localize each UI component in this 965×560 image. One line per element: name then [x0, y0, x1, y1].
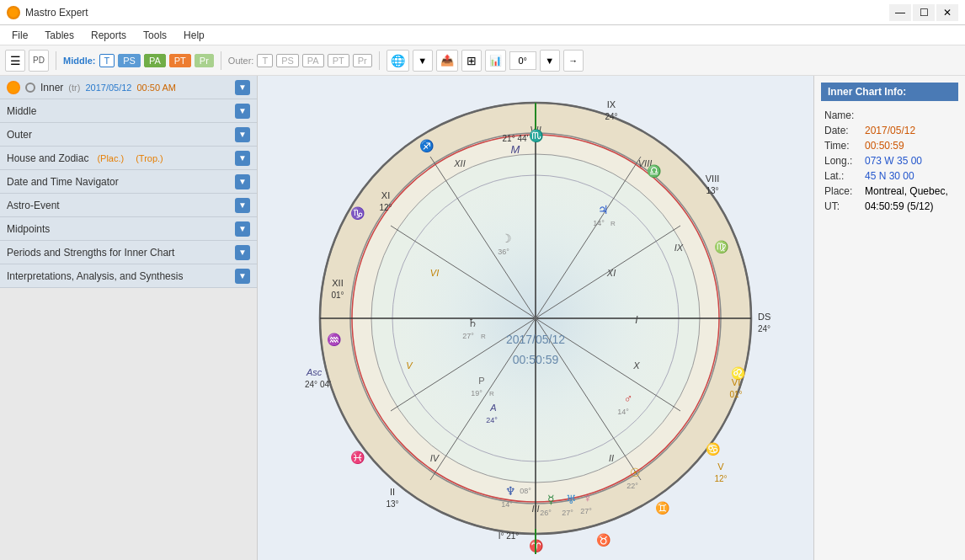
svg-text:01°: 01°: [729, 390, 742, 399]
svg-text:♅: ♅: [566, 493, 577, 506]
forward-button[interactable]: →: [563, 50, 584, 72]
panel-row-astro[interactable]: Astro-Event ▼: [0, 194, 257, 217]
minimize-button[interactable]: —: [889, 4, 911, 21]
svg-text:27°: 27°: [562, 509, 573, 517]
svg-text:R: R: [489, 390, 494, 397]
info-row-time: Time: 00:50:59: [821, 138, 958, 153]
middle-T[interactable]: T: [99, 54, 115, 67]
middle-Pr[interactable]: Pr: [195, 54, 214, 67]
barchart-icon[interactable]: 📊: [485, 50, 506, 72]
svg-text:II: II: [609, 453, 614, 463]
midpoints-dropdown[interactable]: ▼: [235, 221, 250, 237]
astro-dropdown[interactable]: ▼: [235, 198, 250, 213]
datetime-title: Date and Time Navigator: [7, 176, 119, 188]
degree-dropdown[interactable]: ▼: [540, 50, 560, 72]
svg-text:♊: ♊: [655, 501, 670, 515]
panel-row-midpoints[interactable]: Midpoints ▼: [0, 217, 257, 241]
panel-row-middle[interactable]: Middle ▼: [0, 99, 257, 123]
panel-row-outer[interactable]: Outer ▼: [0, 123, 257, 147]
outer-Pr[interactable]: Pr: [353, 54, 372, 67]
panel-row-inner[interactable]: Inner (tr) 2017/05/12 00:50 AM ▼: [0, 76, 257, 99]
pd-button[interactable]: PD: [29, 50, 49, 72]
svg-text:IX: IX: [674, 243, 684, 253]
list-icon[interactable]: ☰: [5, 50, 25, 72]
svg-text:14°: 14°: [593, 219, 605, 227]
svg-text:♑: ♑: [350, 206, 365, 221]
panel-row-datetime[interactable]: Date and Time Navigator ▼: [0, 170, 257, 194]
maximize-button[interactable]: ☐: [913, 4, 935, 21]
svg-text:14°: 14°: [501, 500, 513, 509]
svg-text:A: A: [489, 403, 496, 413]
info-key-time: Time:: [824, 140, 861, 152]
svg-text:♒: ♒: [327, 333, 342, 347]
house-dropdown[interactable]: ▼: [235, 151, 250, 166]
upload-icon[interactable]: 📤: [436, 50, 458, 72]
svg-text:M: M: [511, 143, 520, 156]
datetime-dropdown[interactable]: ▼: [235, 174, 250, 189]
inner-title: Inner: [40, 82, 63, 93]
info-key-date: Date:: [824, 125, 861, 136]
titlebar-left: Mastro Expert: [7, 6, 88, 19]
middle-dropdown[interactable]: ▼: [235, 104, 250, 119]
grid-icon[interactable]: ⊞: [461, 50, 482, 72]
info-key-lat: Lat.:: [824, 170, 861, 182]
titlebar-controls: — ☐ ✕: [889, 4, 958, 21]
app-icon: [7, 6, 20, 19]
middle-PA[interactable]: PA: [144, 54, 166, 67]
svg-text:X: X: [632, 360, 640, 371]
info-key-long: Long.:: [824, 155, 861, 167]
info-val-lat: 45 N 30 00: [865, 170, 914, 182]
outer-PS[interactable]: PS: [276, 54, 299, 67]
menu-reports[interactable]: Reports: [83, 28, 135, 43]
menu-file[interactable]: File: [3, 28, 36, 43]
panel-row-periods[interactable]: Periods and Strengths for Inner Chart ▼: [0, 241, 257, 264]
svg-text:XII: XII: [332, 278, 343, 288]
svg-text:♄: ♄: [467, 316, 478, 329]
app-title: Mastro Expert: [25, 7, 88, 19]
middle-label: Middle:: [63, 56, 96, 66]
inner-planet-icon: [7, 81, 20, 94]
svg-text:08°: 08°: [520, 487, 531, 495]
svg-text:♂: ♂: [624, 392, 633, 405]
menu-tables[interactable]: Tables: [36, 28, 83, 43]
periods-dropdown[interactable]: ▼: [235, 245, 250, 260]
close-button[interactable]: ✕: [936, 4, 958, 21]
svg-text:XII: XII: [453, 158, 465, 168]
svg-text:IX: IX: [607, 99, 616, 109]
outer-PT[interactable]: PT: [328, 54, 349, 67]
svg-text:01°: 01°: [331, 291, 344, 300]
svg-text:♀: ♀: [584, 491, 593, 504]
house-title: House and Zodiac: [7, 152, 88, 164]
outer-dropdown[interactable]: ▼: [235, 127, 250, 142]
info-val-place: Montreal, Quebec,: [865, 185, 948, 197]
panel-row-interp[interactable]: Interpretations, Analysis, and Synthesis…: [0, 264, 257, 288]
inner-dropdown[interactable]: ▼: [235, 80, 250, 95]
middle-PS[interactable]: PS: [118, 54, 141, 67]
info-row-ut: UT: 04:50:59 (5/12): [821, 199, 958, 214]
svg-text:☽: ☽: [501, 232, 512, 245]
info-row-lat: Lat.: 45 N 30 00: [821, 168, 958, 184]
svg-text:22°: 22°: [626, 482, 638, 490]
info-val-ut: 04:50:59 (5/12): [865, 200, 933, 212]
house-plac: (Plac.): [93, 153, 127, 163]
svg-text:☉: ☉: [630, 466, 641, 479]
svg-text:12°: 12°: [379, 203, 392, 212]
down-arrow-icon[interactable]: ▼: [413, 50, 433, 72]
info-val-time: 00:50:59: [865, 140, 904, 152]
menu-tools[interactable]: Tools: [135, 28, 175, 43]
interp-dropdown[interactable]: ▼: [235, 269, 250, 284]
panel-row-house[interactable]: House and Zodiac (Plac.) (Trop.) ▼: [0, 147, 257, 170]
middle-PT[interactable]: PT: [169, 54, 191, 67]
midpoints-title: Midpoints: [7, 223, 50, 235]
outer-PA[interactable]: PA: [302, 54, 324, 67]
svg-text:27°: 27°: [462, 332, 474, 340]
menu-help[interactable]: Help: [175, 28, 213, 43]
menubar: File Tables Reports Tools Help: [0, 25, 965, 45]
degree-input[interactable]: [509, 51, 536, 70]
svg-text:♏: ♏: [529, 129, 544, 143]
info-row-place: Place: Montreal, Quebec,: [821, 184, 958, 199]
svg-text:24°: 24°: [605, 112, 617, 121]
outer-T[interactable]: T: [257, 54, 273, 67]
inner-small-circle: [25, 83, 35, 93]
globe-icon[interactable]: 🌐: [387, 50, 409, 72]
